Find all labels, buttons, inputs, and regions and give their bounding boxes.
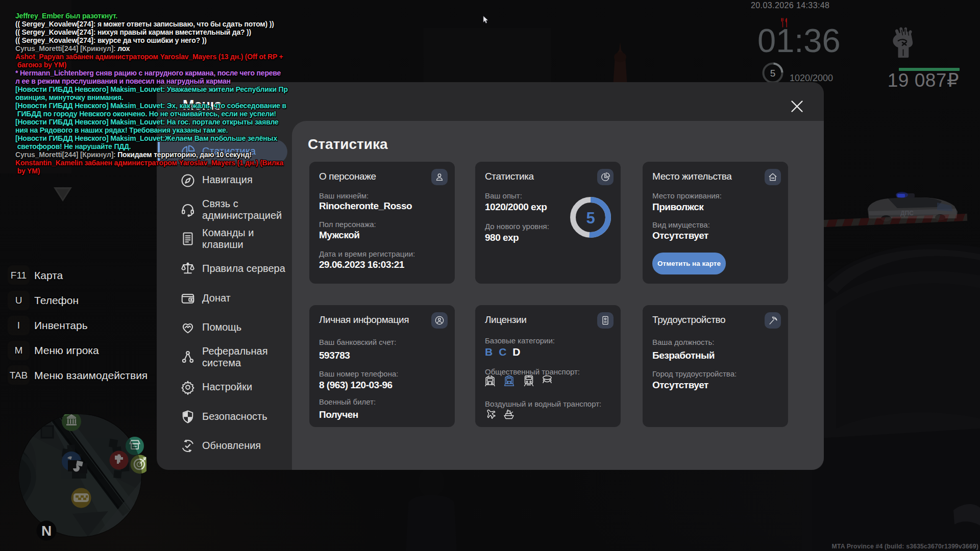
svg-text:N: N xyxy=(41,523,52,539)
svg-text:5: 5 xyxy=(586,209,595,227)
svg-text:5: 5 xyxy=(770,68,776,79)
